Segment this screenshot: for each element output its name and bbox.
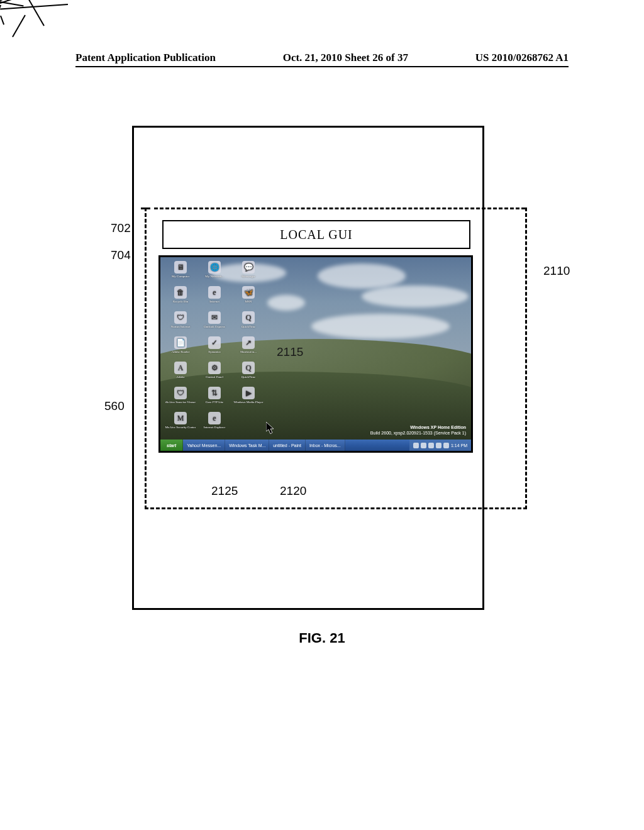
cloud: [362, 285, 469, 307]
ref-2125: 2125: [211, 484, 238, 498]
desktop-icon[interactable]: 💬Messenger: [233, 261, 264, 284]
desktop-icon[interactable]: 🛡McAfee Scan for Viruses: [165, 387, 196, 409]
desktop-icon[interactable]: ▶Windows Media Player: [233, 387, 264, 409]
tray-icon[interactable]: [443, 443, 449, 448]
ref-560: 560: [104, 399, 125, 413]
desktop-icons-grid: 🖥My Computer 🌐My Network... 💬Messenger 🗑…: [165, 261, 264, 434]
desktop-icon[interactable]: 🛡Norton Internet: [165, 311, 196, 334]
desktop-icon[interactable]: eInternet: [199, 286, 230, 309]
desktop-icon[interactable]: ⚙Control Panel: [199, 362, 230, 384]
desktop-icon[interactable]: 🗑Recycle Bin: [165, 286, 196, 309]
tray-clock: 1:14 PM: [451, 443, 467, 448]
desktop-icon[interactable]: QQuickTime: [233, 362, 264, 384]
desktop-icon[interactable]: 🌐My Network...: [199, 261, 230, 284]
desktop-icon[interactable]: ✓Symantec: [199, 336, 230, 359]
desktop-screenshot: 🖥My Computer 🌐My Network... 💬Messenger 🗑…: [158, 255, 473, 453]
taskbar-item[interactable]: Windows Task M...: [225, 440, 269, 451]
start-button[interactable]: start: [160, 440, 183, 451]
taskbar: start Yahoo! Messen... Windows Task M...…: [160, 440, 471, 451]
cloud: [318, 263, 406, 289]
page-header: Patent Application Publication Oct. 21, …: [75, 52, 569, 67]
desktop-icon[interactable]: 🦋MSN: [233, 286, 264, 309]
ref-2120: 2120: [280, 484, 306, 498]
desktop-icon[interactable]: QQuickTime: [233, 311, 264, 334]
ref-704: 704: [111, 248, 131, 262]
desktop-icon[interactable]: ↗Shortcut to...: [233, 336, 264, 359]
system-tray[interactable]: 1:14 PM: [409, 440, 471, 451]
desktop-icon[interactable]: ✉Outlook Express: [199, 311, 230, 334]
desktop-icon[interactable]: MMcAfee Security Center: [165, 412, 196, 434]
taskbar-item[interactable]: untitled - Paint: [269, 440, 306, 451]
tray-icon[interactable]: [413, 443, 419, 448]
tray-icon[interactable]: [436, 443, 441, 448]
desktop-icon[interactable]: eInternet Explorer: [199, 412, 230, 434]
header-right: US 2010/0268762 A1: [475, 52, 569, 64]
taskbar-item[interactable]: Yahoo! Messen...: [183, 440, 225, 451]
header-center: Oct. 21, 2010 Sheet 26 of 37: [283, 52, 408, 64]
lead-line: [21, 0, 45, 26]
taskbar-item[interactable]: Inbox - Micros...: [306, 440, 345, 451]
ref-2110: 2110: [543, 264, 570, 278]
desktop-icon[interactable]: AAdobe: [165, 362, 196, 384]
header-left: Patent Application Publication: [75, 52, 216, 64]
local-gui-text: LOCAL GUI: [280, 228, 352, 242]
cloud: [267, 295, 305, 311]
os-version-label: Windows XP Home Edition Build 2600, xpsp…: [370, 425, 466, 436]
desktop-icon[interactable]: 📄Adobe Reader: [165, 336, 196, 359]
desktop-icon[interactable]: 🖥My Computer: [165, 261, 196, 284]
figure-caption: FIG. 21: [0, 630, 644, 646]
tray-icon[interactable]: [421, 443, 426, 448]
ref-702: 702: [111, 221, 131, 235]
lead-line: [0, 16, 4, 25]
ref-2115: 2115: [277, 345, 303, 359]
cloud: [311, 314, 450, 339]
desktop-icon[interactable]: ⇅Core FTP Lite: [199, 387, 230, 409]
tray-icon[interactable]: [428, 443, 434, 448]
lead-line: [12, 15, 26, 38]
local-gui-label-box: LOCAL GUI: [162, 220, 470, 249]
